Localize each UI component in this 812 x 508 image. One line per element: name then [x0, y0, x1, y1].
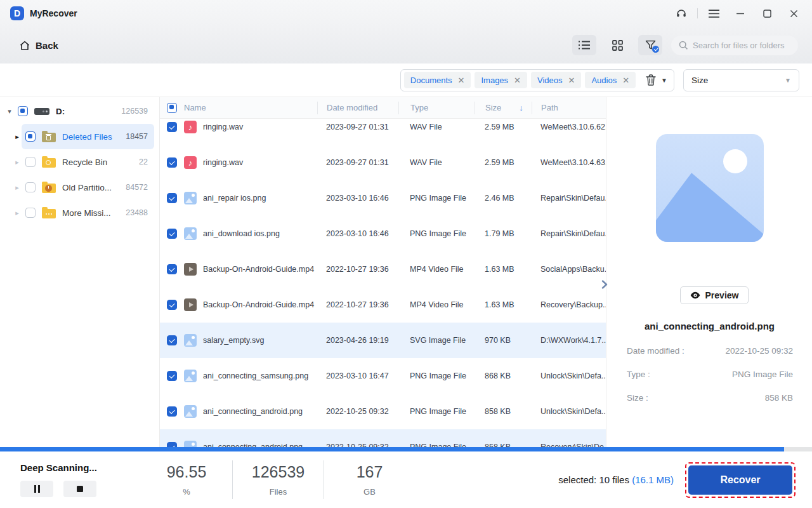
row-checkbox-cell — [160, 371, 184, 381]
stat-value: 96.55 — [141, 463, 232, 481]
row-checkbox[interactable] — [167, 122, 177, 132]
sort-select[interactable]: Size ▼ — [683, 69, 799, 91]
tree-checkbox[interactable] — [25, 131, 36, 142]
main-area: D: 126539 Deleted Files 18457 — [0, 97, 812, 447]
tree-item[interactable]: Recycle Bin 22 — [0, 149, 159, 175]
filter-chip[interactable]: Videos ✕ — [531, 72, 581, 88]
table-row[interactable]: ani_connecting_android.png 2022-10-25 09… — [160, 394, 606, 429]
search-input[interactable] — [693, 41, 788, 50]
support-headset-icon[interactable] — [671, 4, 692, 23]
scan-stats: 96.55 % 126539 Files 167 GB — [141, 460, 415, 499]
file-path: Unlock\Skin\Defa... — [532, 371, 606, 380]
tree-expander-icon[interactable] — [5, 107, 14, 116]
file-type: PNG Image File — [398, 194, 475, 203]
row-checkbox[interactable] — [167, 157, 177, 168]
select-all-checkbox[interactable] — [167, 103, 177, 113]
stat-unit: % — [141, 487, 232, 497]
titlebar-controls — [671, 4, 812, 23]
tree-expander-icon[interactable] — [13, 133, 22, 141]
file-path: Repair\Skin\Defau... — [532, 194, 606, 203]
row-checkbox[interactable] — [167, 371, 177, 381]
table-row[interactable]: Backup-On-Android-Guide.mp4 2022-10-27 1… — [160, 251, 606, 287]
stat-unit: Files — [233, 487, 324, 497]
chip-dropdown-caret-icon[interactable]: ▼ — [661, 77, 667, 84]
filter-chip[interactable]: Documents ✕ — [404, 72, 471, 88]
row-checkbox[interactable] — [167, 264, 177, 274]
tree-item-body[interactable]: More Missi... 23488 — [22, 200, 154, 225]
stop-icon — [77, 486, 83, 492]
list-view-button[interactable] — [572, 35, 596, 55]
filter-button[interactable] — [638, 35, 662, 55]
column-header-type[interactable]: Type — [398, 102, 475, 114]
tree-item-body[interactable]: Recycle Bin 22 — [22, 149, 154, 175]
sort-descending-icon[interactable]: ↓ — [519, 103, 523, 112]
grid-view-button[interactable] — [605, 35, 629, 55]
tree-expander-icon[interactable] — [13, 209, 22, 217]
file-name: ringing.wav — [203, 123, 243, 131]
filter-active-badge-icon — [652, 46, 659, 53]
close-icon[interactable] — [783, 4, 804, 23]
filter-chip[interactable]: Audios ✕ — [585, 72, 636, 88]
tree-item-body[interactable]: Deleted Files 18457 — [22, 124, 154, 149]
table-row[interactable]: ani_connecting_android.png 2022-10-25 09… — [160, 429, 606, 448]
menu-icon[interactable] — [703, 4, 724, 23]
filter-chip[interactable]: Images ✕ — [475, 72, 527, 88]
recover-button[interactable]: Recover — [688, 465, 792, 495]
table-row[interactable]: ani_repair ios.png 2023-03-10 16:46 PNG … — [160, 180, 606, 216]
file-date-modified: 2023-04-26 19:19 — [317, 336, 398, 345]
row-checkbox[interactable] — [167, 300, 177, 310]
tree-item-body[interactable]: Old Partitio... 84572 — [22, 175, 154, 200]
chip-remove-icon[interactable]: ✕ — [622, 76, 629, 84]
preview-panel: Preview ani_connecting_android.png Date … — [606, 97, 812, 448]
file-type: SVG Image File — [398, 336, 475, 345]
table-row[interactable]: ani_connecting_samsung.png 2023-03-10 16… — [160, 358, 606, 394]
column-header-path[interactable]: Path — [532, 102, 606, 114]
file-type-icon — [184, 334, 197, 347]
file-type-icon — [184, 298, 197, 311]
table-row[interactable]: ani_download ios.png 2023-03-10 16:46 PN… — [160, 216, 606, 251]
scan-status-label: Deep Scanning... — [20, 462, 115, 473]
filter-bar: Documents ✕ Images ✕ Videos ✕ Audios ✕ ▼ — [0, 64, 812, 97]
minimize-icon[interactable] — [730, 4, 751, 23]
tree-item-body[interactable]: D: 126539 — [14, 98, 154, 124]
column-header-date-modified[interactable]: Date modified — [317, 102, 398, 114]
row-checkbox[interactable] — [167, 335, 177, 345]
tree-checkbox[interactable] — [18, 106, 28, 116]
chip-remove-icon[interactable]: ✕ — [568, 76, 575, 84]
chip-remove-icon[interactable]: ✕ — [458, 76, 465, 84]
preview-button[interactable]: Preview — [680, 286, 749, 304]
stop-button[interactable] — [63, 481, 96, 497]
row-checkbox[interactable] — [167, 193, 177, 203]
tree-checkbox[interactable] — [25, 182, 36, 192]
maximize-icon[interactable] — [756, 4, 778, 23]
column-header-size[interactable]: Size↓ — [475, 102, 532, 114]
column-header-name[interactable]: Name — [184, 102, 317, 114]
row-name-cell: ani_connecting_samsung.png — [184, 370, 317, 382]
row-checkbox[interactable] — [167, 229, 177, 239]
tree-checkbox[interactable] — [25, 208, 36, 218]
tree-item[interactable]: Deleted Files 18457 — [0, 124, 159, 149]
file-type: WAV File — [398, 158, 475, 167]
pause-button[interactable] — [20, 481, 53, 497]
clear-filters-trash-icon[interactable] — [646, 74, 656, 86]
chip-remove-icon[interactable]: ✕ — [514, 76, 521, 84]
detail-label: Date modified : — [627, 346, 684, 356]
panel-collapse-chevron-icon[interactable] — [601, 280, 608, 289]
tree-item-count: 18457 — [126, 132, 148, 141]
toolbar-right — [572, 35, 812, 55]
file-size: 868 KB — [475, 371, 532, 380]
table-row[interactable]: salary_empty.svg 2023-04-26 19:19 SVG Im… — [160, 323, 606, 358]
tree-item[interactable]: D: 126539 — [0, 98, 159, 124]
file-type-icon — [184, 227, 197, 240]
tree-checkbox[interactable] — [25, 157, 36, 167]
row-checkbox[interactable] — [167, 406, 177, 417]
table-row[interactable]: ringing.wav 2023-09-27 01:31 WAV File 2.… — [160, 119, 606, 145]
tree-item[interactable]: More Missi... 23488 — [0, 200, 159, 225]
tree-expander-icon[interactable] — [13, 158, 22, 166]
table-row[interactable]: ringing.wav 2023-09-27 01:31 WAV File 2.… — [160, 145, 606, 180]
tree-expander-icon[interactable] — [13, 184, 22, 192]
file-path: Recovery\Backup... — [532, 300, 606, 309]
tree-item[interactable]: Old Partitio... 84572 — [0, 175, 159, 200]
table-row[interactable]: Backup-On-Android-Guide.mp4 2022-10-27 1… — [160, 287, 606, 323]
back-button[interactable]: Back — [19, 40, 58, 51]
